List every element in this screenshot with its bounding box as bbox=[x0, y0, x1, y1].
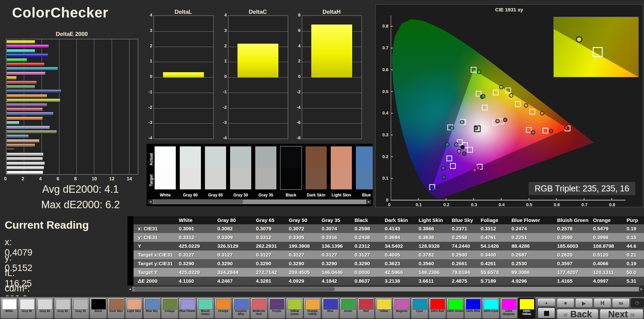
deltae-bar-blue-flower bbox=[6, 126, 50, 129]
patch-button-moderate-red[interactable]: Moderate Red bbox=[250, 298, 268, 319]
patch-button-100-yellow[interactable]: 100% Yellow bbox=[518, 298, 535, 319]
table-row-label: ΔE 2000 bbox=[133, 277, 174, 285]
table-cell: 148.2386 bbox=[414, 268, 447, 277]
deltac-chart bbox=[228, 15, 288, 139]
patch-button-magenta[interactable]: Magenta bbox=[393, 298, 410, 319]
cie-measured-marker bbox=[564, 126, 568, 129]
table-cell: Blue Flower bbox=[507, 216, 553, 224]
table-cell: 0.4005 bbox=[380, 250, 414, 259]
next-button[interactable]: Next » bbox=[600, 309, 643, 319]
back-button[interactable]: « Back bbox=[557, 309, 598, 319]
table-scroll-left-arrow-icon[interactable]: ◄ bbox=[127, 287, 132, 291]
patch-label: 100% Yellow bbox=[518, 310, 535, 316]
swatch-scrollbar[interactable]: ◄► bbox=[148, 199, 371, 204]
table-cell: 74.2440 bbox=[447, 242, 476, 250]
swatch-scrollbar-thumb[interactable] bbox=[153, 200, 243, 204]
patch-button-white[interactable]: White bbox=[0, 298, 18, 319]
back-chevron-icon: « bbox=[563, 310, 568, 319]
patch-button-100-magenta[interactable]: 100% Magenta bbox=[500, 298, 518, 319]
patch-button-black[interactable]: Black bbox=[90, 298, 107, 319]
delta-chart-title: DeltaH bbox=[302, 9, 361, 15]
patch-button-purple[interactable]: Purple bbox=[268, 298, 285, 319]
cie-y-tick: 0.7 bbox=[378, 45, 388, 50]
patch-button-red[interactable]: Red bbox=[357, 298, 375, 319]
patch-swatch bbox=[127, 299, 142, 310]
patch-button-light-skin[interactable]: Light Skin bbox=[125, 298, 143, 319]
delta-y-tick: 3 bbox=[144, 28, 152, 33]
patch-button-yellow[interactable]: Yellow bbox=[375, 298, 392, 319]
swatch-dark-skin bbox=[306, 146, 327, 189]
table-cell: 0.2500 bbox=[447, 250, 476, 259]
swatch-target-color bbox=[331, 168, 352, 189]
cie-measured-marker bbox=[473, 168, 476, 172]
patch-label: Foliage bbox=[161, 310, 178, 313]
stop-button[interactable]: ■ bbox=[557, 298, 574, 308]
swatch-scroll-left-arrow-icon[interactable]: ◄ bbox=[148, 199, 153, 204]
stop-frame-button[interactable] bbox=[537, 307, 555, 319]
page-title: ColorChecker bbox=[12, 5, 108, 21]
table-scrollbar-thumb[interactable] bbox=[133, 287, 335, 291]
swatch-label: Gray 80 bbox=[178, 193, 203, 197]
table-row-label bbox=[133, 216, 174, 224]
table-cell: 0.3127 bbox=[350, 250, 380, 259]
delta-y-tick: -4 bbox=[218, 135, 227, 140]
patch-button-gray-35[interactable]: Gray 35 bbox=[72, 298, 89, 319]
patch-button-gray-50[interactable]: Gray 50 bbox=[54, 298, 71, 319]
cie-measured-marker bbox=[460, 120, 464, 124]
patch-button-gray-65[interactable]: Gray 65 bbox=[36, 298, 53, 319]
patch-button-orange-yellow[interactable]: Orange Yellow bbox=[304, 298, 321, 319]
table-cell: 0.3312 bbox=[174, 233, 213, 242]
patch-button-100-green[interactable]: 100% Green bbox=[446, 298, 464, 319]
deltae-bar-blue bbox=[6, 89, 61, 93]
table-left-strip bbox=[127, 216, 133, 224]
table-scroll-right-arrow-icon[interactable]: ► bbox=[639, 287, 644, 291]
delta-gridline bbox=[154, 93, 213, 93]
refresh-button[interactable]: ⟳ bbox=[631, 298, 644, 308]
patch-button-gray-80[interactable]: Gray 80 bbox=[18, 298, 36, 319]
table-cell: 0.3127 bbox=[174, 250, 213, 259]
deltae-bar-cyan bbox=[6, 67, 58, 71]
table-cell: 88.4286 bbox=[507, 242, 553, 250]
patch-button-100-red[interactable]: 100% Red bbox=[429, 298, 446, 319]
swatch-target-color bbox=[180, 168, 201, 189]
table-cell: 4.3281 bbox=[252, 277, 284, 285]
swatch-label: Dark Skin bbox=[304, 193, 329, 197]
patch-button-cyan[interactable]: Cyan bbox=[411, 298, 428, 319]
table-cell: 34.5402 bbox=[380, 242, 414, 250]
patch-button-orange[interactable]: Orange bbox=[214, 298, 232, 319]
delta-y-tick: -2 bbox=[144, 105, 152, 110]
patch-button-100-cyan[interactable]: 100% Cyan bbox=[482, 298, 499, 319]
table-scrollbar[interactable]: ◄ ► bbox=[127, 287, 644, 291]
table-cell: 4.9296 bbox=[507, 277, 553, 285]
loop-button[interactable]: ∞ bbox=[612, 298, 630, 308]
table-cell: 0.5120 bbox=[589, 250, 622, 259]
table-cell: 0.8637 bbox=[350, 277, 380, 285]
patch-button-foliage[interactable]: Foliage bbox=[161, 298, 178, 319]
deltae-bar-gray-50 bbox=[6, 157, 43, 161]
cie-x-tick: 0.6 bbox=[554, 202, 560, 207]
cie-measured-marker bbox=[450, 126, 454, 130]
patch-swatch bbox=[520, 299, 534, 310]
swatch-target-color bbox=[280, 168, 302, 189]
swatch-gray-65 bbox=[205, 146, 226, 189]
play-button[interactable]: ▶ bbox=[575, 298, 593, 308]
table-row-label: Target x:CIE31 bbox=[133, 250, 174, 259]
table-cell: 0.3638 bbox=[414, 233, 447, 242]
swatch-actual-color bbox=[155, 146, 176, 168]
patch-button-purplish-blue[interactable]: Purplish Blue bbox=[232, 298, 250, 319]
patch-button-green[interactable]: Green bbox=[339, 298, 357, 319]
patch-button-blue-sky[interactable]: Blue Sky bbox=[143, 298, 161, 319]
swatch-scroll-right-arrow-icon[interactable]: ► bbox=[366, 199, 371, 204]
cie-x-tick: 0.2 bbox=[443, 202, 449, 207]
patch-button-dark-skin[interactable]: Dark Skin bbox=[107, 298, 125, 319]
deltae-bar-gray-35 bbox=[6, 152, 44, 156]
hold-button[interactable]: H bbox=[594, 298, 611, 308]
eject-button[interactable]: ▲ bbox=[537, 298, 555, 306]
table-cell: 2.4875 bbox=[447, 277, 476, 285]
patch-button-blue-flower[interactable]: Blue Flower bbox=[179, 298, 196, 319]
patch-button-yellow-green[interactable]: Yellow Green bbox=[286, 298, 303, 319]
patch-button-blue[interactable]: Blue bbox=[322, 298, 339, 319]
patch-button-bluish-green[interactable]: Bluish Green bbox=[197, 298, 214, 319]
table-cell: 0.3290 bbox=[252, 259, 284, 268]
patch-button-100-blue[interactable]: 100% Blue bbox=[464, 298, 482, 319]
